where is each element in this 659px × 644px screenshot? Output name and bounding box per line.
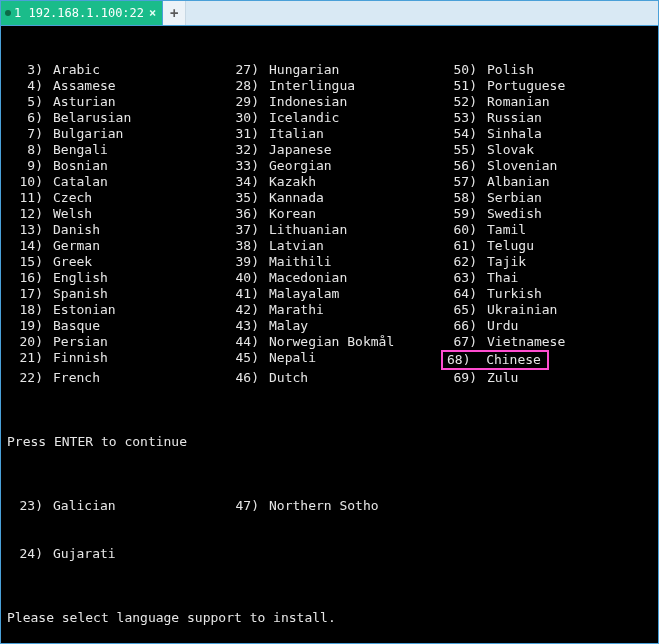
language-row: 12)Welsh36)Korean59)Swedish	[7, 206, 654, 222]
language-row: 19)Basque43)Malay66)Urdu	[7, 318, 654, 334]
language-row: 4)Assamese28)Interlingua51)Portuguese	[7, 78, 654, 94]
language-row: 22)French46)Dutch69)Zulu	[7, 370, 654, 386]
close-icon[interactable]: ×	[149, 6, 156, 20]
language-row: 7)Bulgarian31)Italian54)Sinhala	[7, 126, 654, 142]
language-row: 20)Persian44)Norwegian Bokmål67)Vietname…	[7, 334, 654, 350]
plus-icon: +	[170, 5, 178, 21]
language-row: 9)Bosnian33)Georgian56)Slovenian	[7, 158, 654, 174]
language-row: 3)Arabic27)Hungarian50)Polish	[7, 62, 654, 78]
language-row: 13)Danish37)Lithuanian60)Tamil	[7, 222, 654, 238]
select-prompt-1: Please select language support to instal…	[7, 610, 654, 626]
extra-lang-row-1: 23)Galician 47)Northern Sotho	[7, 498, 654, 514]
language-list: 3)Arabic27)Hungarian50)Polish4)Assamese2…	[7, 62, 654, 386]
terminal-window: 1 192.168.1.100:22 × + 3)Arabic27)Hungar…	[0, 0, 659, 644]
highlight-box-chinese: 68) Chinese	[441, 350, 549, 370]
extra-lang-row-2: 24)Gujarati	[7, 546, 654, 562]
language-row: 15)Greek39)Maithili62)Tajik	[7, 254, 654, 270]
new-tab-button[interactable]: +	[163, 1, 186, 25]
language-row: 5)Asturian29)Indonesian52)Romanian	[7, 94, 654, 110]
language-row: 14)German38)Latvian61)Telugu	[7, 238, 654, 254]
language-row: 6)Belarusian30)Icelandic53)Russian	[7, 110, 654, 126]
tab-bar: 1 192.168.1.100:22 × +	[1, 1, 658, 26]
tab-session-1[interactable]: 1 192.168.1.100:22 ×	[1, 1, 163, 25]
language-row: 18)Estonian42)Marathi65)Ukrainian	[7, 302, 654, 318]
status-led-icon	[5, 10, 11, 16]
language-row: 11)Czech35)Kannada58)Serbian	[7, 190, 654, 206]
terminal-output[interactable]: 3)Arabic27)Hungarian50)Polish4)Assamese2…	[1, 26, 658, 644]
language-row: 17)Spanish41)Malayalam64)Turkish	[7, 286, 654, 302]
language-row: 16)English40)Macedonian63)Thai	[7, 270, 654, 286]
press-enter-line: Press ENTER to continue	[7, 434, 654, 450]
language-row: 8)Bengali32)Japanese55)Slovak	[7, 142, 654, 158]
language-row: 10)Catalan34)Kazakh57)Albanian	[7, 174, 654, 190]
language-row: 21)Finnish45)Nepali68) Chinese	[7, 350, 654, 370]
tab-label: 1 192.168.1.100:22	[14, 6, 144, 20]
